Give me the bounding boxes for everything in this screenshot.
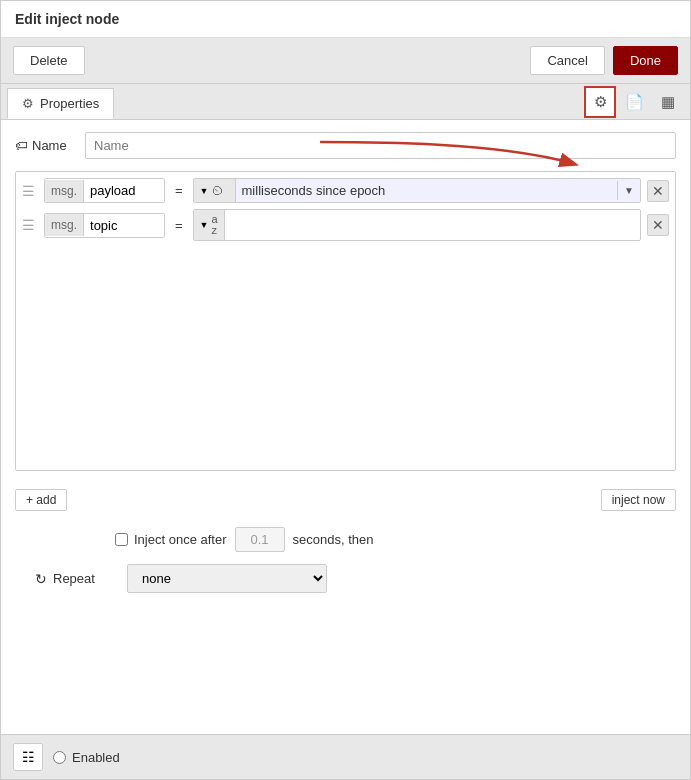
- inject-once-label: Inject once after: [115, 532, 227, 547]
- remove-btn-topic[interactable]: ✕: [647, 214, 669, 236]
- tab-gear-icon-btn[interactable]: ⚙: [584, 86, 616, 118]
- table-footer: + add inject now: [15, 483, 676, 511]
- name-label-group: 🏷 Name: [15, 138, 75, 153]
- repeat-row: ↻ Repeat none interval interval between …: [15, 564, 676, 593]
- inject-now-button[interactable]: inject now: [601, 489, 676, 511]
- inject-once-row: Inject once after seconds, then: [15, 527, 676, 552]
- value-field-payload: ▼ ⏲ milliseconds since epoch ▼: [193, 178, 641, 203]
- value-type-btn-payload[interactable]: ▼ ⏲: [194, 179, 236, 202]
- enabled-radio[interactable]: [53, 751, 66, 764]
- tab-properties[interactable]: ⚙ Properties: [7, 88, 114, 119]
- msg-prefix-payload: msg.: [45, 180, 84, 202]
- inject-once-checkbox[interactable]: [115, 533, 128, 546]
- msg-key-field-topic: msg.: [44, 213, 165, 238]
- msg-key-field-payload: msg.: [44, 178, 165, 203]
- remove-btn-payload[interactable]: ✕: [647, 180, 669, 202]
- title-text: Edit inject node: [15, 11, 119, 27]
- az-icon: az: [212, 214, 218, 236]
- message-table: ☰ msg. = ▼ ⏲ milliseconds since epoch ▼: [15, 171, 676, 471]
- dialog-title: Edit inject node: [1, 1, 690, 38]
- value-dropdown-arrow[interactable]: ▼: [617, 181, 640, 200]
- msg-key-input-topic[interactable]: [84, 214, 164, 237]
- name-row: 🏷 Name: [15, 132, 676, 159]
- clock-icon: ⏲: [211, 183, 224, 198]
- seconds-text: seconds, then: [293, 532, 374, 547]
- tab-icons-group: ⚙ 📄 ▦: [584, 86, 684, 118]
- gear-tab-icon: ⚙: [22, 96, 34, 111]
- drag-handle-icon-2[interactable]: ☰: [22, 217, 38, 233]
- drag-handle-icon[interactable]: ☰: [22, 183, 38, 199]
- value-field-topic: ▼ az: [193, 209, 641, 241]
- toolbar-right: Cancel Done: [530, 46, 678, 75]
- table-row: ☰ msg. = ▼ ⏲ milliseconds since epoch ▼: [22, 178, 669, 203]
- cancel-button[interactable]: Cancel: [530, 46, 604, 75]
- inject-options: Inject once after seconds, then ↻ Repeat…: [15, 523, 676, 597]
- value-type-btn-topic[interactable]: ▼ az: [194, 210, 225, 240]
- dropdown-arrow-icon: ▼: [200, 186, 209, 196]
- done-button[interactable]: Done: [613, 46, 678, 75]
- add-button[interactable]: + add: [15, 489, 67, 511]
- tabs-row: ⚙ Properties ⚙ 📄 ▦: [1, 84, 690, 120]
- footer-icon-btn[interactable]: ☷: [13, 743, 43, 771]
- footer-sheet-icon: ☷: [22, 749, 35, 765]
- enabled-label: Enabled: [53, 750, 120, 765]
- enabled-text: Enabled: [72, 750, 120, 765]
- gear-icon: ⚙: [594, 93, 607, 111]
- delete-button[interactable]: Delete: [13, 46, 85, 75]
- equals-sign-1: =: [171, 183, 187, 198]
- table-row: ☰ msg. = ▼ az ✕: [22, 209, 669, 241]
- name-label: Name: [32, 138, 67, 153]
- tag-icon: 🏷: [15, 138, 28, 153]
- msg-prefix-topic: msg.: [45, 214, 84, 236]
- payload-value-text: milliseconds since epoch: [242, 183, 386, 198]
- tab-layout-icon-btn[interactable]: ▦: [652, 86, 684, 118]
- document-icon: 📄: [625, 93, 644, 111]
- tab-properties-label: Properties: [40, 96, 99, 111]
- equals-sign-2: =: [171, 218, 187, 233]
- repeat-label-text: Repeat: [53, 571, 95, 586]
- layout-icon: ▦: [661, 93, 675, 111]
- repeat-icon: ↻: [35, 571, 47, 587]
- dialog-toolbar: Delete Cancel Done: [1, 38, 690, 84]
- inject-once-text: Inject once after: [134, 532, 227, 547]
- name-input[interactable]: [85, 132, 676, 159]
- msg-key-input-payload[interactable]: [84, 179, 164, 202]
- repeat-select[interactable]: none interval interval between times at …: [127, 564, 327, 593]
- value-content-payload: milliseconds since epoch: [236, 179, 618, 202]
- dialog-footer: ☷ Enabled: [1, 734, 690, 779]
- dropdown-arrow-icon-2: ▼: [200, 220, 209, 230]
- repeat-label-group: ↻ Repeat: [35, 571, 115, 587]
- inject-delay-input[interactable]: [235, 527, 285, 552]
- dialog-body: 🏷 Name ☰ msg. = ▼ ⏲: [1, 120, 690, 734]
- topic-value-input[interactable]: [225, 214, 640, 237]
- edit-inject-dialog: Edit inject node Delete Cancel Done ⚙ Pr…: [0, 0, 691, 780]
- tab-doc-icon-btn[interactable]: 📄: [618, 86, 650, 118]
